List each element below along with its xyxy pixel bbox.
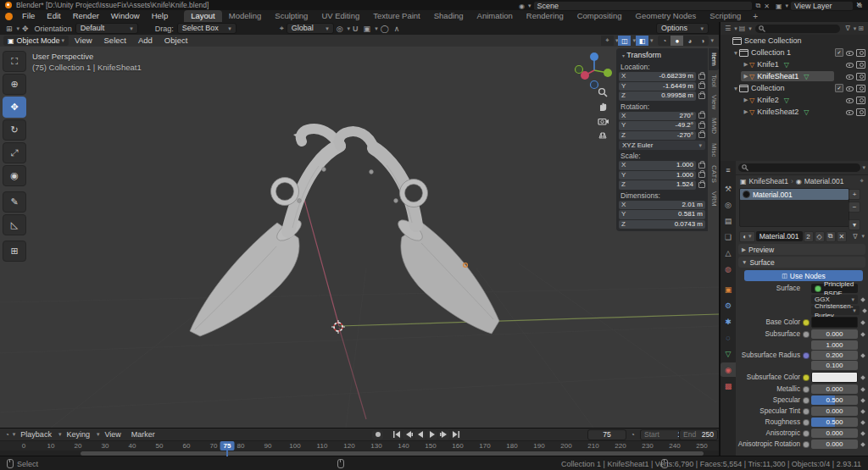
decorator-diamond[interactable] xyxy=(860,431,865,436)
expand-arrow-icon[interactable]: ▶ xyxy=(743,61,749,68)
outliner-row-knifesheat2[interactable]: ▶▽ KnifeSheat2▽ xyxy=(721,106,868,118)
dimensions-y-field[interactable]: Y0.581 m xyxy=(619,210,705,219)
workspace-tab-rendering[interactable]: Rendering xyxy=(520,10,570,22)
camera-view-icon[interactable] xyxy=(595,114,610,127)
knife-model-left[interactable] xyxy=(190,129,339,336)
material-slots-list[interactable]: Material.001 + − ▾ xyxy=(739,188,849,227)
tab-particles[interactable]: ✱ xyxy=(721,314,736,329)
rotation-mode-dropdown[interactable]: XYZ Euler▾ xyxy=(619,141,705,150)
timeline-editor-type-icon[interactable]: ◔ xyxy=(3,431,11,439)
vector-component-field[interactable]: 0.200 xyxy=(811,351,858,360)
viewport-canvas[interactable]: User Perspective (75) Collection 1 | Kni… xyxy=(0,47,719,428)
lock-icon[interactable] xyxy=(698,182,705,188)
show-overlays-toggle[interactable]: ◫ xyxy=(618,36,631,46)
viewport-menu-view[interactable]: View xyxy=(69,35,97,47)
timeline-menu-keying[interactable]: Keying xyxy=(61,430,95,439)
collection-checkbox[interactable]: ✓ xyxy=(835,84,843,92)
location-z-field[interactable]: Z0.99958 m xyxy=(619,91,696,101)
falloff-curve-icon[interactable]: ∧ xyxy=(392,25,403,33)
eye-icon[interactable] xyxy=(846,85,854,92)
blender-menu-icon[interactable] xyxy=(5,13,13,20)
tab-scene[interactable]: △ xyxy=(721,246,736,260)
base-color-field[interactable] xyxy=(811,317,858,328)
expand-arrow-icon[interactable]: ▼ xyxy=(732,86,739,91)
preview-panel-header[interactable]: ▶Preview xyxy=(738,244,865,255)
outliner-row-knifesheat1[interactable]: ▶▽ KnifeSheat1▽ xyxy=(721,70,868,82)
workspace-tab-animation[interactable]: Animation xyxy=(470,10,520,22)
gizmo-z-axis[interactable] xyxy=(590,53,598,61)
shading-rendered-button[interactable]: ◑ xyxy=(696,36,709,46)
decorator-diamond[interactable] xyxy=(860,409,865,414)
workspace-tab-geometry-nodes[interactable]: Geometry Nodes xyxy=(629,10,704,22)
n-tab-cats[interactable]: CATS xyxy=(709,161,719,187)
scale-tool-button[interactable]: ⤢ xyxy=(3,142,26,163)
lock-icon[interactable] xyxy=(698,113,705,119)
eye-icon[interactable] xyxy=(846,73,854,80)
lock-icon[interactable] xyxy=(698,163,705,169)
material-slot-item[interactable]: Material.001 xyxy=(740,189,849,200)
xray-toggle[interactable]: ◧ xyxy=(636,36,648,46)
workspace-tab-uv-editing[interactable]: UV Editing xyxy=(314,10,366,22)
anisotropic-field[interactable]: 0.000 xyxy=(811,429,858,438)
jump-to-start-button[interactable] xyxy=(391,430,402,440)
decorator-diamond[interactable] xyxy=(860,332,865,337)
workspace-tab-sculpting[interactable]: Sculpting xyxy=(268,10,314,22)
outliner-row-knife1[interactable]: ▶▽ Knife1▽ xyxy=(721,58,868,70)
camera-disable-icon[interactable] xyxy=(856,85,865,92)
n-tab-view[interactable]: View xyxy=(709,91,719,113)
eye-icon[interactable] xyxy=(846,49,854,57)
knife-model-right[interactable] xyxy=(332,131,499,334)
metallic-field[interactable]: 0.000 xyxy=(811,384,858,394)
view-layer-selector[interactable]: ▣▾ View Layer ⧉ xyxy=(774,1,864,11)
menu-render[interactable]: Render xyxy=(67,10,105,22)
snap-magnet-icon[interactable]: U xyxy=(350,25,361,33)
rotation-y-field[interactable]: Y-49.2° xyxy=(619,121,696,130)
menu-file[interactable]: File xyxy=(16,10,41,22)
rotation-x-field[interactable]: X270° xyxy=(619,112,696,121)
anisotropic-rotation-field[interactable]: 0.000 xyxy=(811,440,858,449)
select-box-tool-button[interactable]: ⛶ xyxy=(3,51,26,72)
slot-specials-button[interactable]: ▾ xyxy=(849,219,860,230)
decorator-diamond[interactable] xyxy=(860,375,865,380)
annotate-tool-button[interactable]: ✎ xyxy=(3,191,26,213)
timeline-menu-view[interactable]: View xyxy=(99,430,125,439)
current-frame-field[interactable]: 75 xyxy=(587,429,626,440)
decorator-diamond[interactable] xyxy=(860,353,865,358)
properties-editor-type-icon[interactable]: ≡ xyxy=(721,163,736,177)
eye-icon[interactable] xyxy=(846,108,854,116)
tab-object-data[interactable]: ▽ xyxy=(721,346,736,361)
rotation-z-field[interactable]: Z-270° xyxy=(619,131,696,141)
dimensions-z-field[interactable]: Z0.0743 m xyxy=(619,220,705,229)
location-x-field[interactable]: X-0.68239 m xyxy=(619,72,696,81)
scene-selector[interactable]: ◉▾ Scene ⧉ ✕ xyxy=(517,1,771,11)
menu-window[interactable]: Window xyxy=(105,10,146,22)
add-workspace-button[interactable]: + xyxy=(748,12,763,21)
next-keyframe-button[interactable] xyxy=(438,430,449,440)
decorator-diamond[interactable] xyxy=(862,308,867,313)
outliner-row-knife2[interactable]: ▶▽ Knife2▽ xyxy=(721,94,868,106)
material-name-field[interactable]: Material.001 xyxy=(756,231,803,241)
expand-arrow-icon[interactable]: ▼ xyxy=(732,50,739,56)
shading-wireframe-button[interactable]: ◔ xyxy=(658,36,670,46)
outliner-search-input[interactable] xyxy=(755,25,841,33)
eye-icon[interactable] xyxy=(846,61,854,69)
lock-icon[interactable] xyxy=(698,74,705,80)
scale-z-field[interactable]: Z1.524 xyxy=(619,180,696,190)
add-slot-button[interactable]: + xyxy=(849,189,860,200)
rotate-tool-button[interactable]: ↻ xyxy=(3,119,26,141)
menu-help[interactable]: Help xyxy=(146,10,175,22)
unlink-material-icon[interactable]: ✕ xyxy=(837,231,847,242)
new-view-layer-icon[interactable]: ⧉ xyxy=(855,2,864,10)
outliner-filter-icon[interactable]: ∇ xyxy=(843,25,851,32)
n-tab-vrm[interactable]: VRM xyxy=(709,187,719,211)
tab-physics[interactable]: ◌ xyxy=(721,330,736,345)
browse-material-icon[interactable]: ◐▾ xyxy=(739,231,755,242)
timeline-menu-marker[interactable]: Marker xyxy=(126,430,160,439)
n-tab-mmd[interactable]: MMD xyxy=(709,113,719,138)
users-count-button[interactable]: 2 xyxy=(804,231,814,242)
move-tool-button[interactable]: ✥ xyxy=(3,97,26,118)
location-y-field[interactable]: Y-1.6449 m xyxy=(619,82,696,91)
eye-icon[interactable] xyxy=(846,97,854,104)
camera-disable-icon[interactable] xyxy=(856,73,865,80)
surface-panel-header[interactable]: ▼Surface xyxy=(738,257,865,268)
